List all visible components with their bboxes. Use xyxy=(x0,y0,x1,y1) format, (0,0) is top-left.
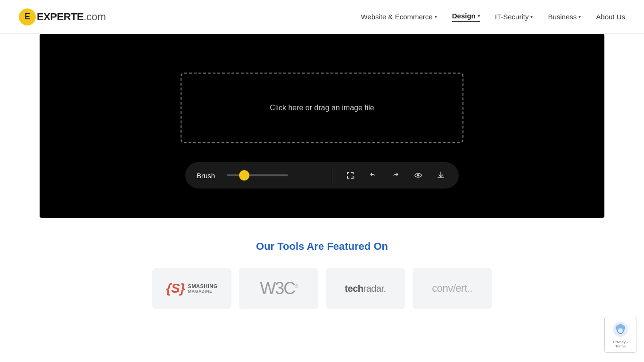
svg-point-1 xyxy=(417,174,420,177)
brush-label: Brush xyxy=(197,172,217,180)
smashing-magazine-logo: {S} SMASHING MAGAZINE xyxy=(152,268,231,309)
featured-section: Our Tools Are Featured On {S} SMASHING M… xyxy=(0,218,644,324)
canvas-area: Click here or drag an image file Brush xyxy=(40,34,604,218)
convert-text: conv/ert.. xyxy=(432,282,472,295)
eye-icon[interactable] xyxy=(412,169,425,182)
nav-it-security[interactable]: IT-Security ▾ xyxy=(495,13,533,21)
dropzone-label: Click here or drag an image file xyxy=(270,104,374,112)
toolbar-separator xyxy=(332,169,332,182)
featured-logos-list: {S} SMASHING MAGAZINE W3C® techradar. co… xyxy=(152,268,492,309)
logo-brand: EXPERTE xyxy=(37,11,83,23)
nav-business[interactable]: Business ▾ xyxy=(548,13,581,21)
logo-icon: E xyxy=(19,8,36,25)
recaptcha-widget: Privacy - Terms xyxy=(604,317,636,353)
techradar-text: techradar. xyxy=(345,283,386,294)
chevron-down-icon: ▾ xyxy=(478,13,480,18)
nav-design[interactable]: Design ▾ xyxy=(452,12,480,22)
undo-icon[interactable] xyxy=(366,169,380,182)
chevron-down-icon: ▾ xyxy=(530,14,533,19)
recaptcha-icon xyxy=(612,321,629,338)
header: E EXPERTE .com Website & Ecommerce ▾ Des… xyxy=(0,0,644,34)
recaptcha-text: Privacy - Terms xyxy=(610,340,631,348)
brush-size-slider[interactable] xyxy=(227,174,321,176)
w3c-logo: W3C® xyxy=(239,268,318,309)
techradar-logo: techradar. xyxy=(326,268,405,309)
chevron-down-icon: ▾ xyxy=(435,14,437,19)
smashing-magazine-text: MAGAZINE xyxy=(188,289,218,294)
w3c-text: W3C® xyxy=(260,279,297,298)
toolbar: Brush xyxy=(185,162,459,189)
smashing-icon: {S} xyxy=(166,281,185,296)
logo[interactable]: E EXPERTE .com xyxy=(19,8,106,25)
fullscreen-icon[interactable] xyxy=(344,169,357,182)
chevron-down-icon: ▾ xyxy=(578,14,581,19)
main-nav: Website & Ecommerce ▾ Design ▾ IT-Securi… xyxy=(361,12,625,22)
nav-about-us[interactable]: About Us xyxy=(596,13,625,21)
smashing-text: SMASHING xyxy=(188,283,218,289)
featured-title: Our Tools Are Featured On xyxy=(256,240,388,253)
image-dropzone[interactable]: Click here or drag an image file xyxy=(181,73,463,143)
nav-website-ecommerce[interactable]: Website & Ecommerce ▾ xyxy=(361,13,437,21)
convert-logo: conv/ert.. xyxy=(413,268,492,309)
redo-icon[interactable] xyxy=(389,169,402,182)
logo-tld: .com xyxy=(83,11,106,23)
download-icon[interactable] xyxy=(434,169,447,182)
